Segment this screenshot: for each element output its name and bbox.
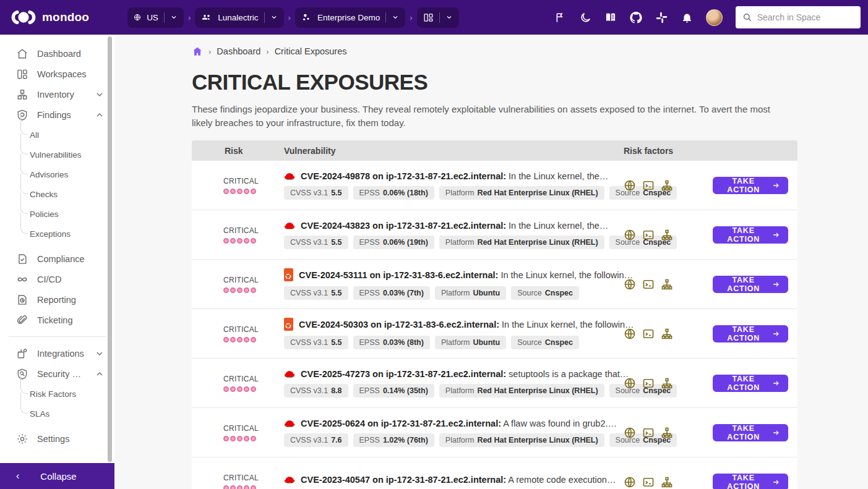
chevron-down-icon[interactable] bbox=[270, 14, 278, 21]
sidebar-scrollbar[interactable] bbox=[108, 36, 112, 464]
sidebar-item-findings[interactable]: Findings bbox=[0, 104, 114, 125]
sidebar-item-ticketing[interactable]: Ticketing bbox=[0, 310, 114, 330]
severity-dot bbox=[223, 337, 229, 342]
vulnerability-cell: CVE-2024-53111 on ip-172-31-83-6.ec2.int… bbox=[284, 268, 624, 300]
vulnerability-title[interactable]: CVE-2024-43823 on ip-172-31-87-21.ec2.in… bbox=[284, 221, 612, 231]
network-icon[interactable] bbox=[661, 278, 673, 291]
internet-exposed-icon[interactable] bbox=[624, 328, 636, 340]
vulnerability-title[interactable]: CVE-2025-0624 on ip-172-31-87-21.ec2.int… bbox=[284, 419, 612, 428]
take-action-button[interactable]: TAKE ACTION bbox=[713, 424, 788, 441]
critical-exposures-table: Risk Vulnerability Risk factors CRITICAL… bbox=[192, 140, 797, 489]
sidebar-item-integrations[interactable]: Integrations bbox=[0, 343, 114, 364]
remote-execution-icon[interactable] bbox=[642, 476, 655, 488]
severity-dot bbox=[223, 287, 229, 293]
breadcrumb-dashboard[interactable]: Dashboard bbox=[217, 46, 260, 56]
internet-exposed-icon[interactable] bbox=[624, 427, 636, 439]
take-action-button[interactable]: TAKE ACTION bbox=[713, 276, 788, 293]
sidebar-item-dashboard[interactable]: Dashboard bbox=[0, 43, 114, 64]
space-selector[interactable]: Enterprise Demo bbox=[295, 7, 405, 28]
take-action-button[interactable]: TAKE ACTION bbox=[713, 177, 788, 194]
region-selector[interactable]: US bbox=[127, 7, 184, 28]
sidebar-item-workspaces[interactable]: Workspaces bbox=[0, 64, 114, 84]
org-selector[interactable]: Lunalectric bbox=[195, 7, 283, 28]
vulnerability-title[interactable]: CVE-2024-50303 on ip-172-31-83-6.ec2.int… bbox=[284, 318, 612, 331]
chevron-down-icon[interactable] bbox=[445, 14, 453, 21]
vulnerability-title[interactable]: CVE-2023-40547 on ip-172-31-87-21.ec2.in… bbox=[284, 475, 612, 485]
internet-exposed-icon[interactable] bbox=[624, 179, 636, 192]
workspace-picker[interactable] bbox=[417, 7, 459, 28]
internet-exposed-icon[interactable] bbox=[624, 229, 636, 241]
sidebar-item-reporting[interactable]: Reporting bbox=[0, 289, 114, 310]
sidebar-item-risk-factors[interactable]: Risk Factors bbox=[20, 384, 114, 404]
home-icon[interactable] bbox=[192, 46, 203, 57]
sidebar-item-policies[interactable]: Policies bbox=[20, 204, 114, 224]
slack-icon[interactable] bbox=[655, 11, 668, 23]
dark-mode-icon[interactable] bbox=[579, 11, 591, 23]
table-row[interactable]: CRITICAL CVE-2023-40547 on ip-172-31-87-… bbox=[192, 457, 797, 489]
table-row[interactable]: CRITICAL CVE-2024-50303 on ip-172-31-83-… bbox=[192, 309, 797, 359]
sidebar-item-inventory[interactable]: Inventory bbox=[0, 84, 114, 104]
table-row[interactable]: CRITICAL CVE-2024-43823 on ip-172-31-87-… bbox=[192, 210, 797, 260]
vulnerability-title[interactable]: CVE-2025-47273 on ip-172-31-87-21.ec2.in… bbox=[284, 369, 612, 379]
sidebar-item-settings[interactable]: Settings bbox=[0, 428, 114, 449]
network-icon[interactable] bbox=[661, 229, 673, 241]
severity-dot bbox=[244, 337, 249, 342]
vulnerability-title[interactable]: CVE-2024-49878 on ip-172-31-87-21.ec2.in… bbox=[284, 171, 612, 181]
network-icon[interactable] bbox=[661, 179, 673, 192]
reporting-icon bbox=[16, 294, 28, 306]
sidebar-item-slas[interactable]: SLAs bbox=[20, 404, 114, 423]
sidebar-item-cicd[interactable]: CI/CD bbox=[0, 269, 114, 289]
network-icon[interactable] bbox=[661, 476, 673, 488]
take-action-button[interactable]: TAKE ACTION bbox=[713, 325, 788, 342]
scrollbar-thumb[interactable] bbox=[108, 36, 112, 462]
sidebar-item-all[interactable]: All bbox=[20, 125, 114, 145]
sidebar-item-vulnerabilities[interactable]: Vulnerabilities bbox=[20, 145, 114, 164]
space-search[interactable] bbox=[736, 6, 861, 28]
table-row[interactable]: CRITICAL CVE-2024-49878 on ip-172-31-87-… bbox=[192, 161, 797, 210]
chevron-up-icon[interactable] bbox=[95, 369, 105, 379]
sidebar-item-compliance[interactable]: Compliance bbox=[0, 249, 114, 269]
vulnerability-title[interactable]: CVE-2024-53111 on ip-172-31-83-6.ec2.int… bbox=[284, 268, 612, 281]
severity-dots bbox=[223, 238, 284, 244]
chevron-down-icon[interactable] bbox=[170, 14, 178, 21]
table-row[interactable]: CRITICAL CVE-2025-47273 on ip-172-31-87-… bbox=[192, 359, 797, 408]
take-action-button[interactable]: TAKE ACTION bbox=[713, 226, 788, 244]
flag-icon[interactable] bbox=[554, 11, 566, 23]
severity-dot bbox=[244, 287, 249, 293]
github-icon[interactable] bbox=[630, 11, 642, 23]
severity-dots bbox=[223, 485, 284, 489]
remote-execution-icon[interactable] bbox=[642, 278, 655, 291]
mondoo-logo[interactable]: mondoo bbox=[11, 9, 89, 25]
take-action-button[interactable]: TAKE ACTION bbox=[713, 474, 788, 489]
sidebar-item-exceptions[interactable]: Exceptions bbox=[20, 224, 114, 244]
internet-exposed-icon[interactable] bbox=[624, 377, 636, 389]
chevron-down-icon[interactable] bbox=[95, 349, 105, 359]
remote-execution-icon[interactable] bbox=[642, 179, 655, 192]
notifications-icon[interactable] bbox=[681, 11, 693, 23]
sidebar-item-security-model[interactable]: Security Mo... bbox=[0, 364, 114, 384]
remote-execution-icon[interactable] bbox=[642, 427, 655, 439]
collapse-button[interactable]: ‹ Collapse bbox=[0, 463, 114, 489]
network-icon[interactable] bbox=[661, 377, 673, 389]
remote-execution-icon[interactable] bbox=[642, 229, 655, 241]
sidebar-item-checks[interactable]: Checks bbox=[20, 184, 114, 204]
docs-icon[interactable] bbox=[604, 11, 617, 23]
arrow-right-icon bbox=[772, 181, 780, 190]
chevron-down-icon[interactable] bbox=[95, 90, 105, 100]
table-row[interactable]: CRITICAL CVE-2025-0624 on ip-172-31-87-2… bbox=[192, 408, 797, 457]
internet-exposed-icon[interactable] bbox=[624, 278, 636, 291]
sidebar-item-label: CI/CD bbox=[37, 274, 105, 284]
table-row[interactable]: CRITICAL CVE-2024-53111 on ip-172-31-83-… bbox=[192, 260, 797, 309]
chevron-down-icon[interactable] bbox=[392, 14, 399, 21]
network-icon[interactable] bbox=[661, 427, 673, 439]
network-icon[interactable] bbox=[661, 328, 673, 340]
search-input[interactable] bbox=[757, 12, 854, 22]
chip: PlatformRed Hat Enterprise Linux (RHEL) bbox=[439, 236, 604, 249]
take-action-button[interactable]: TAKE ACTION bbox=[713, 375, 788, 392]
user-avatar[interactable] bbox=[706, 9, 723, 26]
internet-exposed-icon[interactable] bbox=[624, 476, 636, 488]
remote-execution-icon[interactable] bbox=[642, 377, 655, 389]
sidebar-item-advisories[interactable]: Advisories bbox=[20, 164, 114, 184]
chevron-up-icon[interactable] bbox=[95, 110, 105, 120]
remote-execution-icon[interactable] bbox=[642, 328, 655, 340]
